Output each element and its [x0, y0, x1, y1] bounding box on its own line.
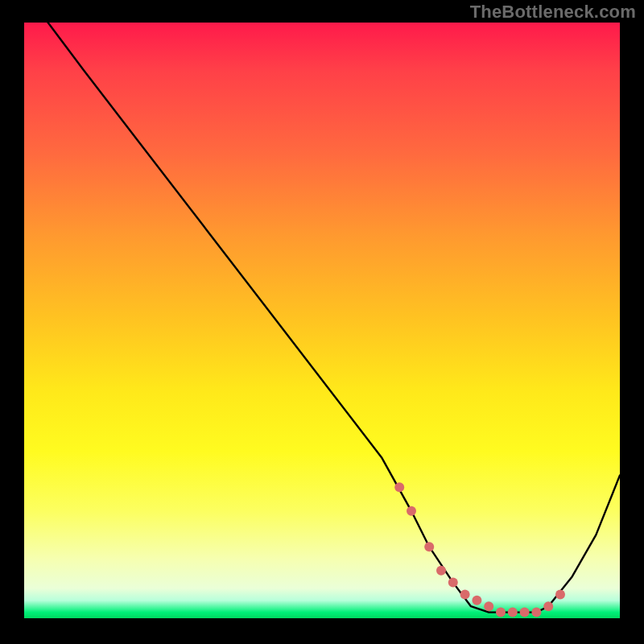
- watermark-label: TheBottleneck.com: [470, 3, 636, 21]
- plot-area: [24, 23, 620, 618]
- chart-container: TheBottleneck.com: [0, 0, 644, 644]
